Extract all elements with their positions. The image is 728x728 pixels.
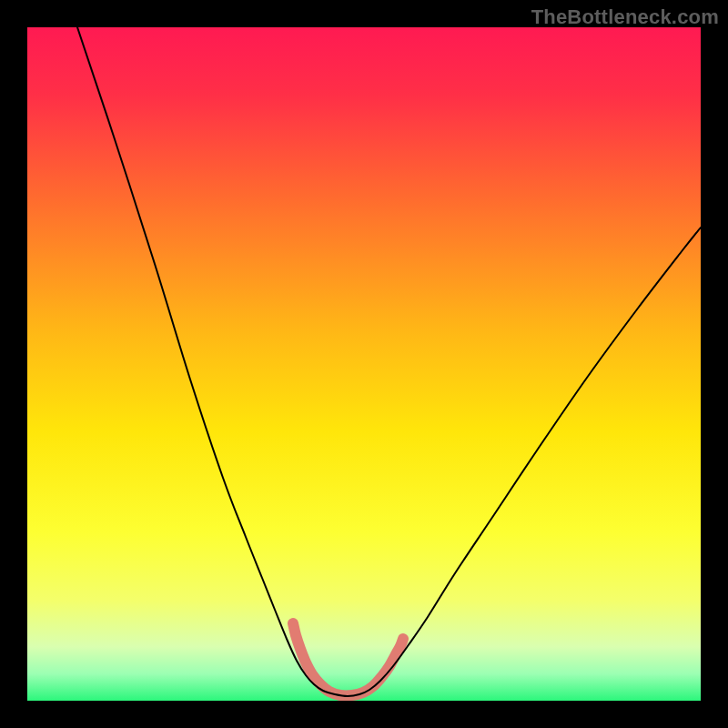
plot-area [27,27,701,701]
chart-frame: TheBottleneck.com [0,0,728,728]
watermark-text: TheBottleneck.com [531,5,719,29]
trough-marker-path [293,623,403,695]
curve-layer [27,27,701,701]
bottleneck-curve-path [77,27,701,696]
